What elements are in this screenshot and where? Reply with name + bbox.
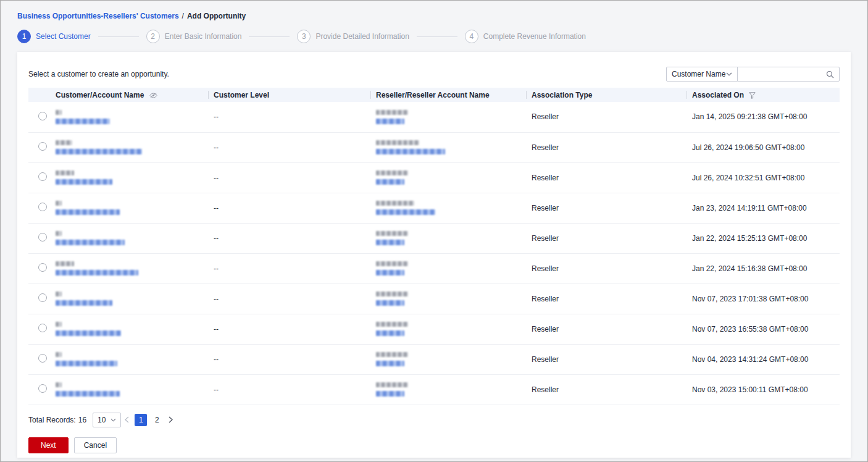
redacted-text-block — [376, 382, 522, 397]
customer-name-cell — [51, 284, 209, 314]
page-button-1[interactable]: 1 — [135, 414, 147, 426]
row-radio-button[interactable] — [38, 203, 47, 211]
reseller-account-link[interactable] — [376, 300, 404, 306]
breadcrumb-separator: / — [182, 12, 184, 20]
breadcrumb-parent-link[interactable]: Business Opportunities-Resellers' Custom… — [17, 12, 179, 20]
next-page-button[interactable] — [169, 416, 173, 423]
row-radio-button[interactable] — [38, 142, 47, 151]
redacted-text-block — [56, 201, 204, 215]
cancel-button[interactable]: Cancel — [74, 437, 117, 453]
customer-name-link[interactable] — [56, 391, 120, 397]
row-radio-button[interactable] — [38, 354, 47, 363]
reseller-account-link[interactable] — [376, 179, 404, 185]
customer-name-cell — [51, 162, 209, 193]
customer-name-cell — [51, 344, 209, 374]
row-radio-button[interactable] — [38, 233, 47, 242]
customer-name-cell — [51, 253, 209, 284]
customer-name-link[interactable] — [56, 149, 142, 154]
redacted-text-block — [56, 382, 204, 397]
associated-on-cell: Jan 22, 2024 15:25:13 GMT+08:00 — [687, 223, 840, 253]
table-row: --ResellerJan 23, 2024 14:19:11 GMT+08:0… — [28, 193, 840, 223]
row-radio-button[interactable] — [38, 112, 47, 120]
card-header: Select a customer to create an opportuni… — [28, 67, 840, 82]
action-buttons: Next Cancel — [28, 437, 840, 453]
customer-level-cell: -- — [209, 253, 371, 284]
reseller-account-link[interactable] — [376, 391, 404, 397]
reseller-account-link[interactable] — [376, 209, 435, 215]
associated-on-cell: Nov 04, 2023 14:31:24 GMT+08:00 — [687, 344, 840, 374]
chevron-down-icon — [111, 418, 116, 422]
column-customer-level: Customer Level — [209, 88, 371, 102]
column-label: Associated On — [692, 91, 744, 99]
customer-name-secondary-text — [56, 201, 62, 206]
row-radio-button[interactable] — [38, 263, 47, 272]
customer-name-link[interactable] — [56, 179, 112, 185]
step-1-active: 1Select Customer — [17, 30, 91, 43]
content-card: Select a customer to create an opportuni… — [17, 52, 851, 458]
redacted-text-block — [56, 322, 204, 336]
instruction-text: Select a customer to create an opportuni… — [28, 70, 169, 78]
step-label: Enter Basic Information — [165, 32, 242, 41]
total-records-label: Total Records: — [28, 416, 76, 424]
chevron-right-icon — [169, 416, 173, 423]
row-radio-button[interactable] — [38, 384, 47, 393]
associated-on-cell: Nov 07, 2023 17:01:38 GMT+08:00 — [687, 284, 840, 314]
customer-name-link[interactable] — [56, 119, 110, 124]
customer-name-link[interactable] — [56, 330, 121, 336]
customer-name-link[interactable] — [56, 270, 138, 275]
reseller-name-cell — [371, 374, 527, 405]
page-button-2[interactable]: 2 — [151, 414, 163, 426]
associated-on-cell: Jan 22, 2024 15:16:38 GMT+08:00 — [687, 253, 840, 284]
reseller-account-link[interactable] — [376, 270, 404, 275]
reseller-name-text — [376, 352, 408, 357]
prev-page-button[interactable] — [125, 416, 129, 423]
page-size-value: 10 — [98, 416, 106, 424]
next-button[interactable]: Next — [28, 437, 69, 453]
filter-funnel-icon[interactable] — [749, 92, 756, 99]
reseller-name-text — [376, 231, 408, 236]
redacted-text-block — [376, 352, 522, 366]
reseller-name-text — [376, 322, 408, 327]
reseller-name-text — [376, 140, 419, 145]
eye-icon[interactable] — [149, 93, 157, 98]
redacted-text-block — [376, 261, 522, 275]
customer-name-secondary-text — [56, 352, 62, 357]
table-row: --ResellerJan 22, 2024 15:16:38 GMT+08:0… — [28, 253, 840, 284]
reseller-account-link[interactable] — [376, 330, 404, 336]
row-radio-button[interactable] — [38, 324, 47, 332]
column-association-type: Association Type — [527, 88, 687, 102]
customer-name-link[interactable] — [56, 240, 125, 245]
reseller-account-link[interactable] — [376, 149, 445, 154]
reseller-name-text — [376, 382, 408, 387]
associated-on-cell: Jan 14, 2025 09:21:38 GMT+08:00 — [687, 102, 840, 132]
reseller-name-cell — [371, 223, 527, 253]
step-connector-line — [417, 36, 457, 37]
search-input[interactable] — [743, 69, 826, 79]
association-type-cell: Reseller — [527, 253, 687, 284]
search-icon[interactable] — [826, 70, 834, 78]
customer-name-link[interactable] — [56, 300, 112, 306]
customer-name-link[interactable] — [56, 361, 117, 366]
customer-name-cell — [51, 132, 209, 162]
table-row: --ResellerJan 22, 2024 15:25:13 GMT+08:0… — [28, 223, 840, 253]
table-row: --ResellerNov 07, 2023 16:55:38 GMT+08:0… — [28, 314, 840, 344]
reseller-account-link[interactable] — [376, 119, 404, 124]
row-radio-button[interactable] — [38, 172, 47, 181]
customer-table: Customer/Account Name Customer Level Res… — [28, 88, 840, 405]
redacted-text-block — [376, 201, 522, 215]
association-type-cell: Reseller — [527, 102, 687, 132]
customer-name-secondary-text — [56, 292, 62, 296]
row-radio-button[interactable] — [38, 293, 47, 302]
step-number-badge: 3 — [297, 30, 311, 43]
reseller-account-link[interactable] — [376, 361, 404, 366]
search-filter-select[interactable]: Customer Name — [666, 67, 738, 82]
search-filter-value: Customer Name — [672, 70, 725, 78]
reseller-name-cell — [371, 344, 527, 374]
customer-name-cell — [51, 314, 209, 344]
customer-name-link[interactable] — [56, 209, 120, 215]
page-size-select[interactable]: 10 — [93, 413, 121, 427]
search-field — [737, 67, 840, 82]
step-connector-line — [249, 36, 290, 37]
reseller-account-link[interactable] — [376, 240, 404, 245]
associated-on-cell: Jan 23, 2024 14:19:11 GMT+08:00 — [687, 193, 840, 223]
